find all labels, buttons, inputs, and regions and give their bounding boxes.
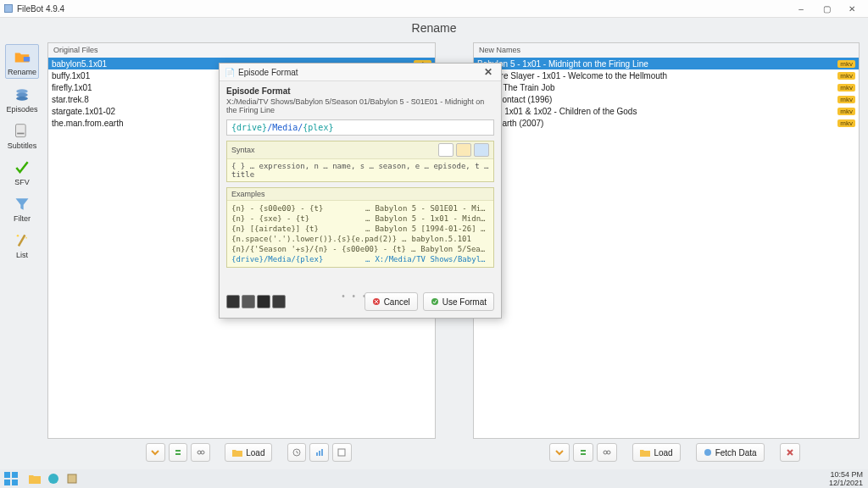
history-button[interactable] [287,443,307,462]
svg-rect-24 [12,480,18,485]
svg-point-20 [431,298,438,305]
clear-button[interactable] [780,443,800,462]
svg-point-7 [17,235,19,237]
svg-rect-26 [68,474,76,483]
svg-rect-4 [16,125,26,137]
svg-point-10 [201,451,204,454]
svg-rect-6 [18,235,26,247]
example-row[interactable]: {n} - {s00e00} - {t}…Babylon 5 - S01E01 … [231,203,489,214]
save-icon[interactable] [474,143,489,157]
disc-stack-icon [13,86,31,104]
subtitle-icon [13,122,31,141]
svg-rect-12 [316,452,318,456]
close-button[interactable]: ✕ [839,0,865,17]
panel-header: Original Files [48,43,435,58]
folder-icon[interactable] [456,143,471,157]
left-toolbar: Load [47,442,434,463]
explorer-taskbar-icon[interactable] [25,471,44,486]
svg-point-18 [704,449,711,456]
panel-header: New Names [474,43,859,58]
svg-point-3 [16,97,27,101]
example-row[interactable]: {n}/{'Season '+s}/{n} - {s00e00} - {t}…B… [231,244,489,254]
sidebar-item-subtitles[interactable]: Subtitles [5,119,39,152]
filebot-taskbar-icon[interactable] [63,471,81,486]
list-item[interactable]: from Earth (2007)mkv [474,117,859,129]
app-icon [3,3,14,14]
cancel-button[interactable]: Cancel [364,292,418,311]
svg-rect-21 [4,472,10,478]
windows-taskbar[interactable]: 10:54 PM 12/1/2021 [0,469,868,488]
checkmark-icon [13,158,31,177]
preset-icons [226,295,286,308]
swap-button[interactable] [573,443,593,462]
svg-point-25 [48,474,58,484]
syntax-section: Syntax { } … expression, n … name, s … s… [226,141,494,182]
document-icon: 📄 [225,68,235,77]
example-row[interactable]: {n} [{airdate}] {t}…Babylon 5 [1994-01-2… [231,224,489,234]
example-row[interactable]: {drive}/Media/{plex}…X:/Media/TV Shows/B… [231,254,489,264]
minimize-button[interactable]: – [788,0,814,17]
svg-rect-23 [4,480,10,485]
new-names-panel: New Names Babylon 5 - 1x01 - Midnight on… [473,42,860,439]
examples-section: Examples {n} - {s00e00} - {t}…Babylon 5 … [226,187,494,268]
list-icon[interactable] [438,143,453,157]
svg-point-17 [607,451,610,454]
page-title: Rename [0,21,868,35]
edge-taskbar-icon[interactable] [44,471,63,486]
svg-rect-0 [5,5,13,13]
down-arrow-button[interactable] [146,443,165,462]
list-item[interactable]: Vampire Slayer - 1x01 - Welcome to the H… [474,69,859,81]
swap-button[interactable] [169,443,188,462]
sidebar-item-rename[interactable]: Rename [5,44,39,79]
svg-rect-14 [321,449,323,456]
svg-point-8 [25,237,27,239]
app-title: FileBot 4.9.4 [17,4,64,14]
maximize-button[interactable]: ▢ [814,0,839,17]
dialog-titlebar[interactable]: 📄 Episode Format ✕ [220,64,501,81]
load-button[interactable]: Load [225,443,272,462]
wand-icon [13,231,31,250]
sidebar-item-episodes[interactable]: Episodes [5,82,39,115]
svg-point-9 [198,451,201,454]
svg-rect-13 [319,451,320,456]
start-button[interactable] [3,471,19,486]
sidebar: Rename Episodes Subtitles SFV Filter Lis… [5,44,39,261]
sidebar-item-filter[interactable]: Filter [5,191,39,225]
link-button[interactable] [191,443,210,462]
load-button[interactable]: Load [632,443,680,462]
anime-icon[interactable] [242,295,255,308]
use-format-button[interactable]: Use Format [423,292,494,311]
dialog-result-path: X:/Media/TV Shows/Babylon 5/Season 01/Ba… [226,97,494,114]
dialog-title: Episode Format [238,68,298,77]
fetch-data-button[interactable]: Fetch Data [696,443,765,462]
down-arrow-button[interactable] [549,443,570,462]
link-button[interactable] [597,443,617,462]
svg-rect-22 [12,472,18,478]
window-titlebar: FileBot 4.9.4 – ▢ ✕ [0,0,868,18]
funnel-icon [13,195,31,214]
format-input[interactable]: {drive}/Media/{plex} [226,119,494,136]
example-row[interactable]: {n.space('.').lower()}.{s}{e.pad(2)}…bab… [231,234,489,244]
list-item[interactable]: SG-1 - 1x01 & 1x02 - Children of the God… [474,105,859,117]
script-button[interactable] [332,443,352,462]
svg-rect-5 [17,133,24,135]
sidebar-item-list[interactable]: List [5,228,39,261]
movie-icon[interactable] [257,295,270,308]
right-toolbar: Load Fetch Data [473,442,860,463]
chart-button[interactable] [309,443,329,462]
svg-rect-15 [338,449,345,456]
dialog-close-button[interactable]: ✕ [481,66,496,78]
tv-icon[interactable] [226,295,240,308]
new-names-list[interactable]: Babylon 5 - 1x01 - Midnight on the Firin… [474,58,859,438]
list-item[interactable]: 1x01 - The Train Jobmkv [474,81,859,93]
dialog-heading: Episode Format [226,86,494,96]
list-item[interactable]: First Contact (1996)mkv [474,93,859,105]
example-row[interactable]: {n} - {sxe} - {t}…Babylon 5 - 1x01 - Mid… [231,214,489,224]
svg-point-16 [604,451,607,454]
music-icon[interactable] [272,295,286,308]
syntax-text: { } … expression, n … name, s … season, … [227,159,493,181]
list-item[interactable]: Babylon 5 - 1x01 - Midnight on the Firin… [474,58,859,69]
folder-rename-icon [13,48,31,67]
system-clock[interactable]: 10:54 PM 12/1/2021 [824,470,868,487]
sidebar-item-sfv[interactable]: SFV [5,155,39,188]
